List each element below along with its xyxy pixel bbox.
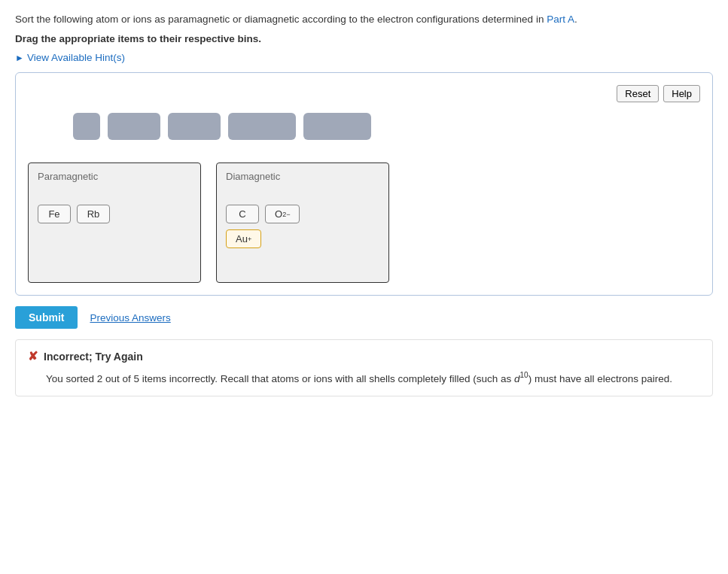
- submit-row: Submit Previous Answers: [15, 306, 713, 329]
- main-drag-drop-box: Reset Help Paramagnetic Fe Rb Diamagneti…: [15, 72, 713, 296]
- diamagnetic-bin[interactable]: Diamagnetic C O2− Au+: [216, 162, 389, 283]
- diamagnetic-row-2: Au+: [226, 229, 261, 248]
- drag-item-1[interactable]: [73, 113, 100, 140]
- diamagnetic-row-1: C O2−: [226, 205, 300, 223]
- part-a-link[interactable]: Part A: [547, 14, 574, 25]
- drag-item-2[interactable]: [108, 113, 160, 140]
- exponent: 10: [520, 371, 528, 379]
- previous-answers-link[interactable]: Previous Answers: [90, 312, 170, 323]
- feedback-header: ✘ Incorrect; Try Again: [28, 349, 700, 363]
- drag-item-4[interactable]: [228, 113, 296, 140]
- feedback-box: ✘ Incorrect; Try Again You sorted 2 out …: [15, 339, 713, 396]
- drag-item-3[interactable]: [168, 113, 221, 140]
- drag-item-5[interactable]: [303, 113, 371, 140]
- hint-label: View Available Hint(s): [27, 52, 125, 63]
- diamagnetic-items: C O2− Au+: [226, 205, 379, 248]
- paramagnetic-bin[interactable]: Paramagnetic Fe Rb: [28, 162, 201, 283]
- incorrect-icon: ✘: [28, 349, 38, 363]
- feedback-text: You sorted 2 out of 5 items incorrectly.…: [28, 369, 700, 387]
- paramagnetic-label: Paramagnetic: [38, 171, 191, 182]
- element-c[interactable]: C: [226, 205, 259, 223]
- hint-link[interactable]: ► View Available Hint(s): [15, 52, 713, 63]
- top-buttons-area: Reset Help: [28, 85, 700, 102]
- feedback-status: Incorrect; Try Again: [44, 351, 143, 363]
- drag-instruction: Drag the appropriate items to their resp…: [15, 33, 713, 44]
- page-container: Sort the following atom or ions as param…: [0, 0, 728, 408]
- diamagnetic-label: Diamagnetic: [226, 171, 379, 182]
- element-o2minus[interactable]: O2−: [265, 205, 300, 223]
- element-fe[interactable]: Fe: [38, 205, 71, 223]
- d-notation: d: [514, 373, 520, 384]
- element-auplus[interactable]: Au+: [226, 229, 261, 248]
- submit-button[interactable]: Submit: [15, 306, 78, 329]
- paramagnetic-items: Fe Rb: [38, 205, 191, 223]
- element-rb[interactable]: Rb: [77, 205, 110, 223]
- bins-container: Paramagnetic Fe Rb Diamagnetic C O2− Au+: [28, 162, 700, 283]
- hint-arrow-icon: ►: [15, 53, 24, 63]
- help-button[interactable]: Help: [663, 85, 700, 102]
- reset-button[interactable]: Reset: [617, 85, 659, 102]
- instruction-line1: Sort the following atom or ions as param…: [15, 12, 713, 27]
- draggable-items-area: [28, 113, 700, 140]
